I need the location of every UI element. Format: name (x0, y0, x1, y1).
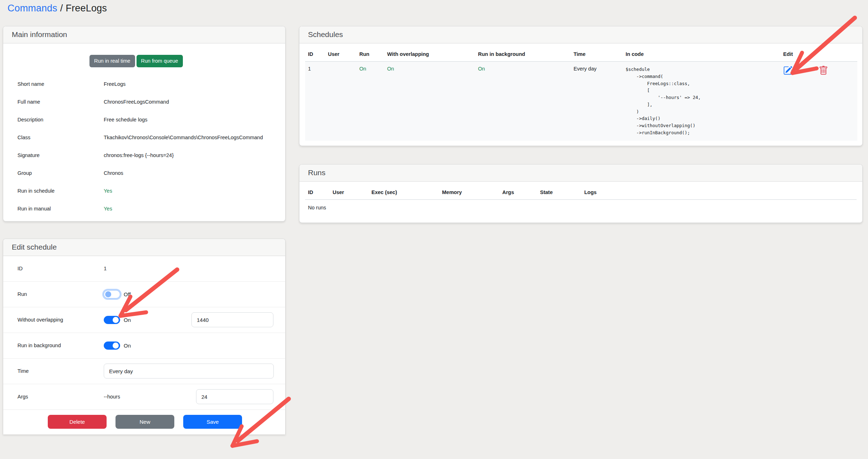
delete-schedule-icon[interactable] (819, 66, 828, 75)
runs-table: ID User Exec (sec) Memory Args State Log… (305, 185, 857, 218)
breadcrumb-commands-link[interactable]: Commands (7, 3, 57, 14)
without-overlapping-minutes-input[interactable] (191, 312, 273, 327)
edit-schedule-card: Edit schedule ID 1 Run Off Without overl… (3, 239, 286, 435)
breadcrumb-separator: / (57, 3, 66, 14)
col-run-user: User (330, 185, 369, 200)
schedule-time-cell: Every day (571, 62, 623, 141)
schedule-code-block: $schedule ->command( FreeLogs::class, [ … (626, 66, 777, 136)
field-short-name: Short name FreeLogs (17, 75, 274, 93)
main-information-card: Main information Run in real time Run fr… (3, 26, 286, 221)
field-run-in-schedule: Run in schedule Yes (17, 182, 274, 200)
without-overlapping-state: On (124, 317, 131, 323)
field-class: Class Tkachikov\Chronos\Console\Commands… (17, 129, 274, 146)
edit-schedule-header: Edit schedule (3, 239, 285, 256)
without-overlapping-toggle-knob (113, 317, 119, 323)
col-memory: Memory (439, 185, 499, 200)
col-run-in-background: Run in background (475, 47, 571, 62)
arg-hours-input[interactable] (196, 389, 273, 404)
schedules-header-row: ID User Run With overlapping Run in back… (305, 47, 857, 62)
run-in-background-toggle[interactable] (104, 341, 120, 350)
col-with-overlapping: With overlapping (384, 47, 475, 62)
runs-header: Runs (299, 165, 862, 182)
breadcrumb-current: FreeLogs (66, 3, 107, 14)
schedule-id-cell: 1 (305, 62, 325, 141)
trash-icon (819, 66, 828, 75)
breadcrumb: Commands/FreeLogs (0, 0, 868, 14)
run-in-real-time-button[interactable]: Run in real time (89, 55, 135, 67)
schedules-table: ID User Run With overlapping Run in back… (305, 47, 857, 141)
col-in-code: In code (623, 47, 780, 62)
col-user: User (325, 47, 356, 62)
edit-row-run-in-background: Run in background On (3, 333, 285, 359)
save-button[interactable]: Save (183, 415, 242, 429)
edit-row-without-overlapping: Without overlapping On (3, 307, 285, 333)
run-in-background-state: On (124, 343, 131, 349)
arg-name-label: --hours (104, 394, 193, 400)
schedule-delete-cell (816, 62, 857, 141)
edit-schedule-footer: Delete New Save (3, 410, 285, 435)
col-edit: Edit (780, 47, 816, 62)
field-signature: Signature chronos:free-logs {--hours=24} (17, 146, 274, 164)
col-actions (816, 47, 857, 62)
col-args: Args (499, 185, 537, 200)
schedule-id-value: 1 (104, 266, 107, 271)
schedule-user-cell (325, 62, 356, 141)
col-time: Time (571, 47, 623, 62)
field-description: Description Free schedule logs (17, 111, 274, 129)
time-input[interactable] (104, 364, 274, 379)
runs-title: Runs (308, 168, 854, 177)
edit-schedule-icon[interactable] (783, 66, 792, 75)
schedule-run-in-background-cell: On (475, 62, 571, 141)
no-runs-row: No runs (305, 199, 857, 218)
field-full-name: Full name ChronosFreeLogsCommand (17, 93, 274, 111)
without-overlapping-toggle[interactable] (104, 316, 120, 324)
run-toggle-knob (105, 291, 111, 297)
schedule-edit-cell (780, 62, 816, 141)
field-group: Group Chronos (17, 164, 274, 182)
runs-card: Runs ID User Exec (sec) Memory (299, 164, 863, 223)
run-from-queue-button[interactable]: Run from queue (137, 55, 183, 67)
run-in-background-toggle-knob (113, 343, 119, 349)
runs-header-row: ID User Exec (sec) Memory Args State Log… (305, 185, 857, 200)
col-id: ID (305, 47, 325, 62)
new-button[interactable]: New (115, 415, 174, 429)
pencil-square-icon (783, 66, 792, 75)
run-toggle[interactable] (104, 290, 120, 298)
schedule-in-code-cell: $schedule ->command( FreeLogs::class, [ … (623, 62, 780, 141)
main-information-title: Main information (12, 30, 277, 39)
schedules-header: Schedules (299, 26, 862, 43)
col-logs: Logs (581, 185, 857, 200)
schedules-card: Schedules ID User Run With overlapping (299, 26, 863, 146)
edit-row-run: Run Off (3, 282, 285, 307)
col-run-id: ID (305, 185, 330, 200)
col-run: Run (356, 47, 384, 62)
schedule-run-cell: On (356, 62, 384, 141)
schedule-with-overlapping-cell: On (384, 62, 475, 141)
field-run-in-manual: Run in manual Yes (17, 200, 274, 218)
delete-button[interactable]: Delete (48, 415, 107, 429)
run-toggle-state: Off (124, 291, 131, 297)
edit-row-time: Time (3, 359, 285, 384)
edit-row-args: Args --hours (3, 384, 285, 410)
edit-row-id: ID 1 (3, 256, 285, 282)
page: Commands/FreeLogs Main information Run i… (0, 0, 868, 459)
schedule-row: 1 On On On Every day $schedule ->command… (305, 62, 857, 141)
schedules-title: Schedules (308, 30, 854, 39)
col-exec-sec: Exec (sec) (369, 185, 439, 200)
edit-schedule-title: Edit schedule (12, 243, 277, 251)
main-information-header: Main information (3, 26, 285, 43)
no-runs-text: No runs (305, 199, 857, 218)
col-state: State (537, 185, 581, 200)
